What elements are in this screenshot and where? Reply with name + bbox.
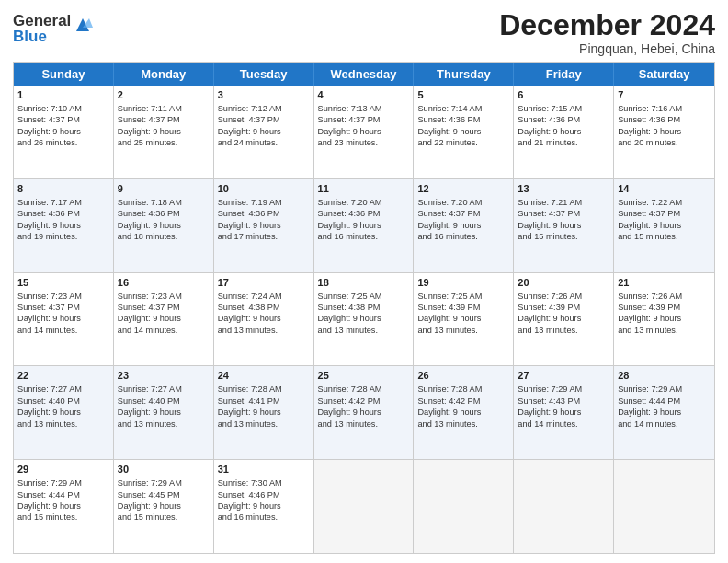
calendar-day-8: 8Sunrise: 7:17 AMSunset: 4:36 PMDaylight… [14, 179, 114, 272]
day-info-line: Sunrise: 7:25 AM [318, 291, 410, 302]
day-info-line: Sunrise: 7:28 AM [318, 384, 410, 395]
day-info-line: and 21 minutes. [518, 137, 609, 148]
day-info-line: and 22 minutes. [417, 137, 509, 148]
calendar-day-17: 17Sunrise: 7:24 AMSunset: 4:38 PMDayligh… [214, 273, 314, 366]
day-info-line: Daylight: 9 hours [618, 313, 711, 324]
day-info-line: Sunrise: 7:28 AM [218, 384, 310, 395]
day-info-line: Sunrise: 7:10 AM [17, 103, 109, 114]
calendar-day-29: 29Sunrise: 7:29 AMSunset: 4:44 PMDayligh… [14, 460, 114, 553]
day-info-line: Sunrise: 7:28 AM [417, 384, 509, 395]
day-info-line: Sunset: 4:41 PM [218, 396, 310, 407]
day-info-line: Daylight: 9 hours [318, 220, 410, 231]
day-info-line: Daylight: 9 hours [417, 126, 509, 137]
day-info-line: Sunset: 4:42 PM [318, 396, 410, 407]
day-info-line: Sunset: 4:39 PM [618, 302, 711, 313]
day-info-line: Sunset: 4:38 PM [218, 302, 310, 313]
calendar-day-24: 24Sunrise: 7:28 AMSunset: 4:41 PMDayligh… [214, 366, 314, 459]
day-info-line: Sunrise: 7:24 AM [218, 291, 310, 302]
calendar-day-5: 5Sunrise: 7:14 AMSunset: 4:36 PMDaylight… [414, 86, 514, 178]
calendar: SundayMondayTuesdayWednesdayThursdayFrid… [13, 62, 715, 554]
day-number: 11 [318, 182, 410, 196]
calendar-day-2: 2Sunrise: 7:11 AMSunset: 4:37 PMDaylight… [114, 86, 214, 178]
day-number: 20 [518, 276, 609, 290]
day-number: 29 [17, 463, 109, 477]
day-info-line: and 13 minutes. [218, 419, 310, 430]
day-info-line: Daylight: 9 hours [17, 500, 109, 511]
day-info-line: Daylight: 9 hours [518, 220, 609, 231]
day-info-line: Sunrise: 7:25 AM [417, 291, 509, 302]
logo-text: General Blue [13, 13, 71, 44]
calendar-row: 29Sunrise: 7:29 AMSunset: 4:44 PMDayligh… [14, 459, 714, 553]
day-info-line: Daylight: 9 hours [17, 220, 109, 231]
day-info-line: and 24 minutes. [218, 137, 310, 148]
day-info-line: Sunset: 4:37 PM [17, 302, 109, 313]
day-info-line: Sunrise: 7:27 AM [17, 384, 109, 395]
day-number: 12 [417, 182, 509, 196]
calendar-day-4: 4Sunrise: 7:13 AMSunset: 4:37 PMDaylight… [314, 86, 415, 178]
day-info-line: Daylight: 9 hours [218, 500, 310, 511]
day-info-line: and 14 minutes. [17, 325, 109, 336]
day-info-line: Daylight: 9 hours [218, 407, 310, 418]
day-info-line: and 13 minutes. [417, 325, 509, 336]
day-number: 6 [518, 88, 609, 102]
day-number: 17 [218, 276, 310, 290]
day-info-line: Sunset: 4:44 PM [618, 396, 711, 407]
calendar-row: 8Sunrise: 7:17 AMSunset: 4:36 PMDaylight… [14, 178, 714, 272]
day-info-line: Sunset: 4:36 PM [618, 114, 711, 125]
calendar-empty-cell [514, 460, 614, 553]
day-info-line: Daylight: 9 hours [318, 126, 410, 137]
day-info-line: Sunset: 4:36 PM [417, 114, 509, 125]
page: General Blue December 2024 Pingquan, Heb… [0, 0, 728, 563]
day-number: 2 [118, 88, 210, 102]
header-day-friday: Friday [514, 63, 614, 86]
day-number: 5 [417, 88, 509, 102]
day-info-line: Sunset: 4:46 PM [218, 489, 310, 500]
day-info-line: Daylight: 9 hours [218, 220, 310, 231]
calendar-body: 1Sunrise: 7:10 AMSunset: 4:37 PMDaylight… [14, 86, 714, 553]
day-info-line: Daylight: 9 hours [518, 126, 609, 137]
day-info-line: and 14 minutes. [518, 419, 609, 430]
day-number: 16 [118, 276, 210, 290]
day-info-line: Daylight: 9 hours [417, 407, 509, 418]
day-info-line: Sunset: 4:36 PM [118, 208, 210, 219]
day-number: 8 [17, 182, 109, 196]
day-info-line: and 20 minutes. [618, 137, 711, 148]
day-number: 22 [17, 369, 109, 383]
day-number: 23 [118, 369, 210, 383]
calendar-empty-cell [414, 460, 514, 553]
day-info-line: and 13 minutes. [218, 325, 310, 336]
day-info-line: Sunrise: 7:19 AM [218, 197, 310, 208]
title-area: December 2024 Pingquan, Hebei, China [499, 9, 715, 56]
day-info-line: Sunset: 4:37 PM [17, 114, 109, 125]
day-info-line: Sunset: 4:39 PM [518, 302, 609, 313]
day-info-line: and 14 minutes. [118, 325, 210, 336]
calendar-day-10: 10Sunrise: 7:19 AMSunset: 4:36 PMDayligh… [214, 179, 314, 272]
day-info-line: Sunset: 4:37 PM [118, 114, 210, 125]
calendar-row: 22Sunrise: 7:27 AMSunset: 4:40 PMDayligh… [14, 365, 714, 459]
calendar-header: SundayMondayTuesdayWednesdayThursdayFrid… [14, 63, 714, 86]
day-number: 4 [318, 88, 410, 102]
day-info-line: Daylight: 9 hours [118, 126, 210, 137]
day-info-line: Sunset: 4:40 PM [17, 396, 109, 407]
day-info-line: Sunrise: 7:21 AM [518, 197, 609, 208]
day-info-line: Sunrise: 7:13 AM [318, 103, 410, 114]
day-info-line: Sunrise: 7:16 AM [618, 103, 711, 114]
day-number: 31 [218, 463, 310, 477]
day-info-line: Sunset: 4:37 PM [218, 114, 310, 125]
day-info-line: Sunrise: 7:26 AM [618, 291, 711, 302]
day-number: 10 [218, 182, 310, 196]
calendar-day-7: 7Sunrise: 7:16 AMSunset: 4:36 PMDaylight… [614, 86, 714, 178]
calendar-day-20: 20Sunrise: 7:26 AMSunset: 4:39 PMDayligh… [514, 273, 614, 366]
calendar-row: 1Sunrise: 7:10 AMSunset: 4:37 PMDaylight… [14, 86, 714, 178]
calendar-day-15: 15Sunrise: 7:23 AMSunset: 4:37 PMDayligh… [14, 273, 114, 366]
day-info-line: Daylight: 9 hours [518, 407, 609, 418]
day-info-line: Sunrise: 7:11 AM [118, 103, 210, 114]
day-info-line: Sunset: 4:36 PM [518, 114, 609, 125]
day-info-line: Sunrise: 7:12 AM [218, 103, 310, 114]
calendar-day-22: 22Sunrise: 7:27 AMSunset: 4:40 PMDayligh… [14, 366, 114, 459]
day-info-line: Sunset: 4:38 PM [318, 302, 410, 313]
day-number: 24 [218, 369, 310, 383]
header-day-sunday: Sunday [14, 63, 114, 86]
day-info-line: Sunrise: 7:23 AM [17, 291, 109, 302]
day-info-line: and 18 minutes. [118, 231, 210, 242]
